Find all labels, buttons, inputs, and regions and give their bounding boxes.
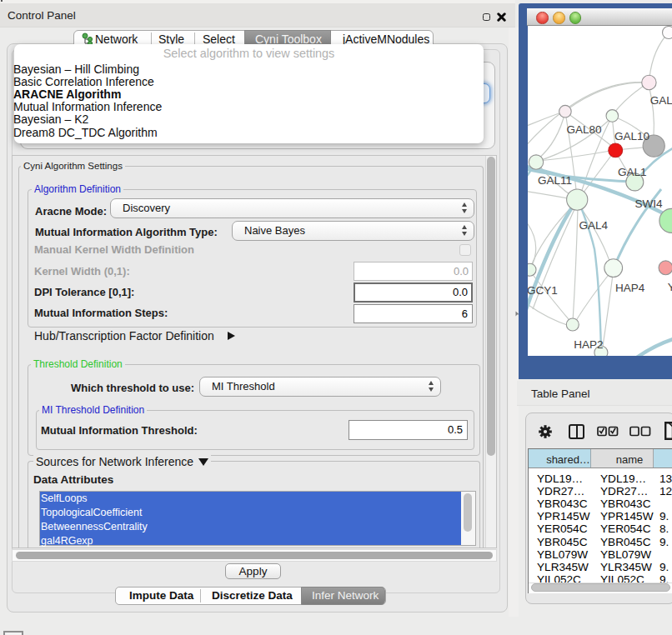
svg-text:Y: Y: [668, 281, 672, 293]
svg-text:SWI4: SWI4: [635, 198, 663, 210]
svg-text:HAP4: HAP4: [615, 282, 645, 294]
svg-text:GAL80: GAL80: [566, 123, 601, 136]
svg-text:GAL8: GAL8: [650, 94, 672, 107]
svg-text:GAL11: GAL11: [538, 174, 572, 187]
svg-text:GCY1: GCY1: [528, 284, 558, 297]
svg-text:GAL10: GAL10: [614, 130, 649, 142]
svg-text:GAL1: GAL1: [618, 166, 647, 178]
svg-text:HAP2: HAP2: [574, 338, 603, 351]
svg-text:GAL4: GAL4: [579, 219, 608, 232]
